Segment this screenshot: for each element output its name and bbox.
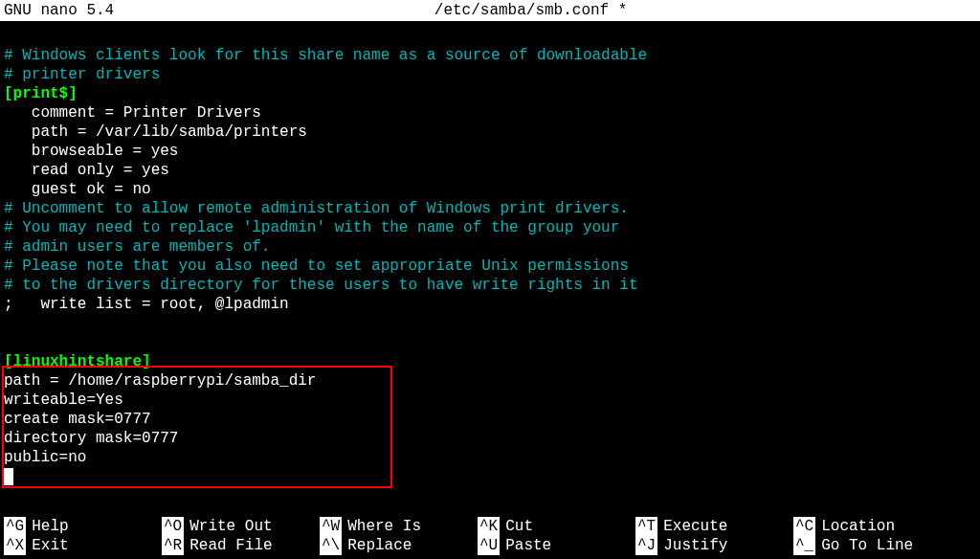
config-line: public=no bbox=[4, 449, 86, 466]
action-label: Exit bbox=[26, 536, 68, 555]
editor-line: create mask=0777 bbox=[4, 410, 980, 429]
config-line: ; write list = root, @lpadmin bbox=[4, 296, 289, 313]
editor-line bbox=[4, 314, 980, 333]
action-label: Execute bbox=[657, 517, 727, 536]
editor-line: ; write list = root, @lpadmin bbox=[4, 295, 980, 314]
shortcut-exit[interactable]: ^XExit bbox=[4, 536, 162, 555]
config-line: read only = yes bbox=[4, 162, 169, 179]
editor-line: public=no bbox=[4, 448, 980, 467]
config-line: directory mask=0777 bbox=[4, 430, 178, 447]
comment-text: # admin users are members of. bbox=[4, 238, 270, 256]
action-label: Help bbox=[26, 517, 68, 536]
editor-line: guest ok = no bbox=[4, 180, 980, 199]
key-label: ^G bbox=[4, 517, 26, 536]
action-label: Cut bbox=[500, 517, 533, 536]
shortcut-row: ^GHelp ^OWrite Out ^WWhere Is ^KCut ^TEx… bbox=[4, 517, 976, 536]
config-line: path = /var/lib/samba/printers bbox=[4, 123, 307, 141]
editor-line: read only = yes bbox=[4, 161, 980, 180]
shortcut-help[interactable]: ^GHelp bbox=[4, 517, 162, 536]
shortcut-whereis[interactable]: ^WWhere Is bbox=[320, 517, 478, 536]
config-line: create mask=0777 bbox=[4, 411, 151, 428]
editor-line: browseable = yes bbox=[4, 142, 980, 161]
editor-line: # Windows clients look for this share na… bbox=[4, 46, 980, 65]
key-label: ^X bbox=[4, 536, 26, 555]
key-label: ^R bbox=[162, 536, 184, 555]
key-label: ^U bbox=[478, 536, 500, 555]
editor-line: # Uncomment to allow remote administrati… bbox=[4, 199, 980, 218]
shortcut-execute[interactable]: ^TExecute bbox=[635, 517, 793, 536]
action-label: Read File bbox=[184, 536, 272, 555]
shortcut-readfile[interactable]: ^RRead File bbox=[162, 536, 320, 555]
config-line: browseable = yes bbox=[4, 143, 178, 160]
comment-text: # Windows clients look for this share na… bbox=[4, 47, 647, 64]
key-label: ^C bbox=[793, 517, 815, 536]
shortcut-cut[interactable]: ^KCut bbox=[478, 517, 635, 536]
comment-text: # You may need to replace 'lpadmin' with… bbox=[4, 219, 619, 236]
section-header: [linuxhintshare] bbox=[4, 353, 151, 370]
editor-content[interactable]: # Windows clients look for this share na… bbox=[0, 21, 980, 486]
cursor-icon bbox=[4, 468, 13, 485]
comment-text: # printer drivers bbox=[4, 66, 160, 83]
action-label: Write Out bbox=[184, 517, 272, 536]
comment-text: # Uncomment to allow remote administrati… bbox=[4, 200, 629, 217]
shortcut-writeout[interactable]: ^OWrite Out bbox=[162, 517, 320, 536]
config-line: path = /home/raspberrypi/samba_dir bbox=[4, 372, 316, 390]
editor-line: directory mask=0777 bbox=[4, 429, 980, 448]
app-name: GNU nano 5.4 bbox=[4, 0, 114, 21]
key-label: ^J bbox=[635, 536, 657, 555]
shortcut-justify[interactable]: ^JJustify bbox=[635, 536, 793, 555]
editor-line: # You may need to replace 'lpadmin' with… bbox=[4, 218, 980, 237]
action-label: Where Is bbox=[342, 517, 421, 536]
config-line: comment = Printer Drivers bbox=[4, 104, 261, 122]
editor-line: comment = Printer Drivers bbox=[4, 103, 980, 123]
key-label: ^T bbox=[635, 517, 657, 536]
editor-line bbox=[4, 27, 980, 46]
file-path: /etc/samba/smb.conf * bbox=[114, 0, 947, 21]
editor-line: # printer drivers bbox=[4, 65, 980, 84]
shortcut-gotoline[interactable]: ^_Go To Line bbox=[793, 536, 951, 555]
editor-line bbox=[4, 333, 980, 352]
editor-line: [linuxhintshare] bbox=[4, 352, 980, 371]
shortcut-location[interactable]: ^CLocation bbox=[793, 517, 951, 536]
action-label: Paste bbox=[500, 536, 551, 555]
action-label: Go To Line bbox=[815, 536, 913, 555]
shortcut-paste[interactable]: ^UPaste bbox=[478, 536, 635, 555]
shortcut-replace[interactable]: ^\Replace bbox=[320, 536, 478, 555]
shortcut-row: ^XExit ^RRead File ^\Replace ^UPaste ^JJ… bbox=[4, 536, 976, 555]
editor-line: # to the drivers directory for these use… bbox=[4, 276, 980, 295]
section-header: [print$] bbox=[4, 85, 78, 102]
shortcuts-bar: ^GHelp ^OWrite Out ^WWhere Is ^KCut ^TEx… bbox=[0, 517, 980, 559]
config-line: guest ok = no bbox=[4, 181, 151, 198]
key-label: ^\ bbox=[320, 536, 342, 555]
editor-line: path = /home/raspberrypi/samba_dir bbox=[4, 371, 980, 391]
key-label: ^O bbox=[162, 517, 184, 536]
title-bar: GNU nano 5.4 /etc/samba/smb.conf * bbox=[0, 0, 980, 21]
action-label: Justify bbox=[657, 536, 727, 555]
title-spacer bbox=[947, 0, 976, 21]
config-line: writeable=Yes bbox=[4, 391, 123, 409]
editor-line: # Please note that you also need to set … bbox=[4, 257, 980, 276]
action-label: Location bbox=[815, 517, 895, 536]
editor-line: writeable=Yes bbox=[4, 391, 980, 410]
comment-text: # Please note that you also need to set … bbox=[4, 257, 629, 275]
editor-line bbox=[4, 467, 980, 486]
key-label: ^K bbox=[478, 517, 500, 536]
editor-line: # admin users are members of. bbox=[4, 237, 980, 257]
key-label: ^W bbox=[320, 517, 342, 536]
action-label: Replace bbox=[342, 536, 412, 555]
comment-text: # to the drivers directory for these use… bbox=[4, 277, 638, 294]
editor-line: [print$] bbox=[4, 84, 980, 103]
editor-line: path = /var/lib/samba/printers bbox=[4, 123, 980, 142]
key-label: ^_ bbox=[793, 536, 815, 555]
